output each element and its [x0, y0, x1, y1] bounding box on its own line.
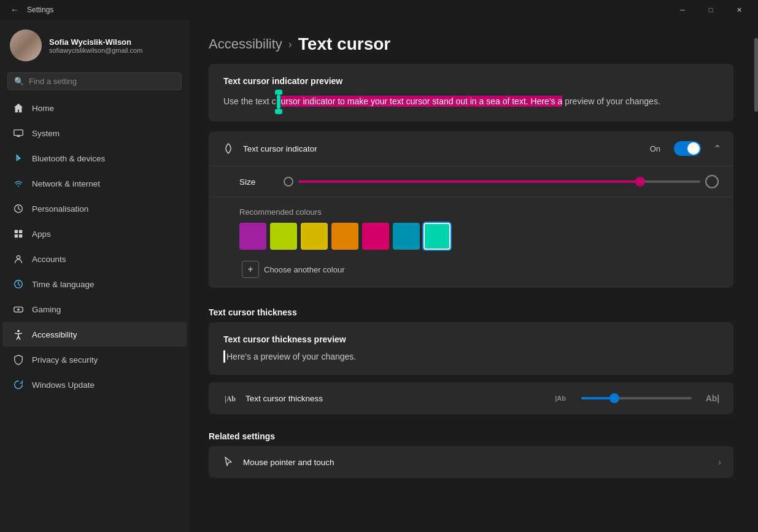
sidebar-item-windows-update[interactable]: Windows Update: [2, 372, 187, 397]
svg-text:|Ab: |Ab: [225, 395, 236, 403]
titlebar: ← Settings ─ □ ✕: [0, 0, 758, 20]
color-swatch-orange[interactable]: [331, 223, 358, 250]
svg-rect-3: [19, 230, 22, 233]
size-slider-thumb[interactable]: [635, 177, 645, 187]
thick-cursor-visual: [223, 350, 225, 363]
sidebar-item-label: Home: [32, 104, 54, 113]
breadcrumb-separator: ›: [288, 38, 292, 51]
thickness-ab-icon: |Ab: [552, 395, 569, 402]
sidebar-item-accounts[interactable]: Accounts: [2, 247, 187, 271]
back-button[interactable]: ←: [7, 2, 22, 17]
color-swatch-yellow-green[interactable]: [270, 223, 297, 250]
sidebar-item-accessibility[interactable]: Accessibility: [2, 322, 187, 347]
colors-label: Recommended colours: [239, 207, 719, 217]
scrollbar-track[interactable]: [753, 20, 758, 507]
search-box[interactable]: 🔍: [7, 72, 182, 90]
system-icon: [12, 127, 25, 139]
search-container: 🔍: [0, 69, 189, 95]
color-swatch-purple[interactable]: [239, 223, 266, 250]
related-settings-heading: Related settings: [189, 422, 753, 446]
sidebar-item-label: Bluetooth & devices: [32, 154, 105, 163]
indicator-status: On: [650, 144, 660, 153]
thickness-preview-title: Text cursor thickness preview: [223, 334, 719, 344]
scrollbar-thumb[interactable]: [754, 38, 758, 112]
sidebar-item-label: Time & language: [32, 280, 95, 289]
color-swatch-yellow[interactable]: [301, 223, 328, 250]
user-info: Sofia Wycislik-Wilson sofiawycislikwilso…: [49, 37, 142, 54]
thickness-small-icon: |Ab: [221, 392, 238, 404]
user-email: sofiawycislikwilson@gmail.com: [49, 47, 142, 54]
colors-row: Recommended colours + Choose another col…: [209, 198, 733, 288]
size-slider-row: Size: [209, 166, 733, 198]
accounts-icon: [12, 253, 25, 265]
user-profile[interactable]: Sofia Wycislik-Wilson sofiawycislikwilso…: [0, 20, 189, 69]
thickness-preview-card: Text cursor thickness preview Here's a p…: [209, 322, 733, 375]
nav: Home System Bluetooth & devices: [0, 95, 189, 398]
main-container: Sofia Wycislik-Wilson sofiawycislikwilso…: [0, 20, 758, 532]
preview-text-before: Use the text c: [223, 96, 276, 106]
svg-point-9: [17, 330, 20, 333]
breadcrumb-parent[interactable]: Accessibility: [209, 36, 282, 52]
close-button[interactable]: ✕: [725, 0, 753, 20]
home-icon: [12, 102, 25, 114]
indicator-card: Text cursor indicator On ⌃ Size: [209, 131, 733, 288]
preview-text-highlighted: ursor indicator to make your text cursor…: [281, 96, 563, 107]
sidebar-item-network[interactable]: Network & internet: [2, 171, 187, 196]
content-area: Accessibility › Text cursor Text cursor …: [189, 20, 758, 532]
size-large-icon: [705, 175, 719, 188]
user-name: Sofia Wycislik-Wilson: [49, 37, 142, 47]
sidebar-item-privacy[interactable]: Privacy & security: [2, 347, 187, 372]
sidebar-item-label: Network & internet: [32, 179, 100, 188]
thickness-large-icon: Ab|: [704, 393, 721, 403]
page-title: Text cursor: [298, 34, 390, 54]
sidebar-item-home[interactable]: Home: [2, 96, 187, 120]
minimize-button[interactable]: ─: [668, 0, 697, 20]
cursor-indicator-icon: [221, 141, 236, 156]
thickness-slider-track[interactable]: [581, 397, 692, 399]
cursor-visual: [277, 94, 280, 109]
color-swatch-cyan[interactable]: [393, 223, 420, 250]
mouse-pointer-row[interactable]: Mouse pointer and touch ›: [209, 446, 733, 478]
sidebar-item-personalisation[interactable]: Personalisation: [2, 196, 187, 221]
size-slider-track[interactable]: [298, 180, 700, 183]
indicator-toggle[interactable]: [674, 141, 701, 156]
personalisation-icon: [12, 202, 25, 215]
sidebar-item-apps[interactable]: Apps: [2, 222, 187, 246]
time-icon: [12, 278, 25, 290]
expand-icon[interactable]: ⌃: [713, 143, 721, 155]
svg-rect-4: [15, 234, 18, 237]
svg-rect-2: [15, 230, 18, 233]
maximize-button[interactable]: □: [697, 0, 725, 20]
size-slider-container: [284, 175, 719, 188]
titlebar-title: Settings: [27, 6, 53, 14]
color-swatch-pink[interactable]: [362, 223, 389, 250]
thickness-slider-thumb[interactable]: [609, 393, 619, 403]
thickness-label: Text cursor thickness: [246, 394, 544, 403]
thickness-preview-content: Here's a preview of your changes.: [226, 352, 356, 361]
sidebar-item-time[interactable]: Time & language: [2, 272, 187, 296]
privacy-icon: [12, 353, 25, 366]
svg-rect-0: [14, 130, 23, 136]
update-icon: [12, 379, 25, 391]
svg-rect-5: [19, 234, 22, 237]
search-input[interactable]: [29, 77, 175, 86]
sidebar-item-system[interactable]: System: [2, 121, 187, 145]
sidebar-item-bluetooth[interactable]: Bluetooth & devices: [2, 146, 187, 171]
indicator-preview-card: Text cursor indicator preview Use the te…: [209, 64, 733, 121]
size-small-icon: [284, 177, 293, 187]
gaming-icon: [12, 303, 25, 315]
sidebar-item-label: Accessibility: [32, 330, 77, 339]
indicator-toggle-row: Text cursor indicator On ⌃: [209, 131, 733, 166]
search-icon: 🔍: [14, 77, 24, 86]
network-icon: [12, 177, 25, 190]
mouse-pointer-icon: [221, 455, 236, 469]
mouse-pointer-label: Mouse pointer and touch: [243, 458, 711, 467]
choose-color-button[interactable]: + Choose another colour: [239, 256, 347, 283]
sidebar-item-gaming[interactable]: Gaming: [2, 297, 187, 322]
indicator-label: Text cursor indicator: [243, 144, 643, 153]
sidebar-item-label: Privacy & security: [32, 355, 98, 364]
accessibility-icon: [12, 328, 25, 341]
apps-icon: [12, 228, 25, 240]
color-swatch-teal[interactable]: [423, 223, 451, 250]
sidebar-item-label: System: [32, 129, 60, 138]
